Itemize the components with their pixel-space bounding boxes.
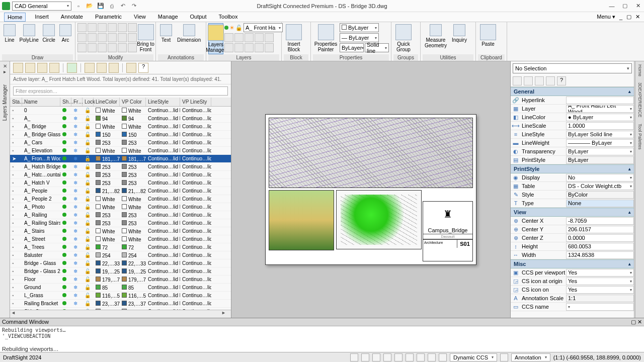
tab-home[interactable]: Home (4, 13, 26, 22)
layer-row[interactable]: ◦A_ Trees❄🔓7272Continuo…lid lineContinuo… (10, 243, 231, 251)
polyline-button[interactable]: PolyLine (18, 23, 40, 44)
rail-home[interactable]: Home (637, 64, 642, 76)
sb-ortho-icon[interactable] (383, 353, 391, 361)
layer-row[interactable]: ◦Floor❄🔓179,…77179,…77Continuo…lid lineC… (10, 276, 231, 284)
quick-group-button[interactable]: Quick Group (393, 23, 414, 53)
open-icon[interactable]: 📂 (86, 2, 94, 10)
save-icon[interactable]: 💾 (97, 2, 105, 10)
property-row[interactable]: ▬LineWeight———— ByLayer (511, 139, 634, 147)
tab-insert[interactable]: Insert (32, 13, 52, 22)
linestyle-combo2[interactable]: Solid line (365, 43, 389, 52)
layer-row[interactable]: ◦A_ Bridge Glass❄🔓150150Continuo…lid lin… (10, 131, 231, 139)
rail-3dx[interactable]: 3DEXPERIENCE (637, 82, 642, 118)
layers-table[interactable]: Sta… Name Sh… Fr… Lock LineColor VP Colo… (10, 98, 231, 310)
property-row[interactable]: ◧LineColor● ByLayer (511, 113, 634, 122)
layer-row[interactable]: ◦A_ Stairs❄🔓WhiteWhiteContinuo…lid lineC… (10, 227, 231, 235)
layers-hscroll[interactable] (10, 310, 231, 318)
bring-to-front-button[interactable]: Bring to Front (138, 23, 153, 53)
viewport-bottom-left[interactable] (269, 190, 334, 250)
drawing-viewport[interactable]: ♜ Campus_Bridge Dassault Architecture S0… (231, 61, 510, 318)
cmd-close-icon[interactable]: ✕ (637, 319, 642, 325)
tab-toolbox[interactable]: Toolbox (216, 13, 241, 22)
layer-row[interactable]: ◦A_❄🔓9494Continuo…lid lineContinuo…lid (10, 115, 231, 123)
tab-output[interactable]: Output (187, 13, 210, 22)
property-row[interactable]: ▣CCS per viewportYes (511, 268, 634, 277)
layer-states-icon[interactable] (37, 63, 47, 73)
sb-grid-icon[interactable] (361, 353, 369, 361)
props-tool2-icon[interactable] (524, 76, 533, 85)
props-tool4-icon[interactable] (546, 76, 555, 85)
circle-button[interactable]: Circle (41, 23, 57, 44)
layer-row[interactable]: ◦A_ Hatc…ountain❄🔓253253Continuo…lid lin… (10, 171, 231, 179)
section-misc[interactable]: Misc (511, 259, 634, 268)
new-layer-icon[interactable] (13, 63, 23, 73)
layer-freeze-icon[interactable]: ☀ (229, 25, 234, 31)
layer-isolate-icon[interactable] (97, 63, 107, 73)
linestyle-combo1[interactable]: ByLayer (340, 43, 364, 52)
property-row[interactable]: ◉DisplayNo (511, 173, 634, 182)
layer-row[interactable]: ◦A_ Bridge❄🔓WhiteWhiteContinuo…lid lineC… (10, 123, 231, 131)
layer-tools-grid[interactable] (224, 33, 283, 52)
property-row[interactable]: ◲CS icon at originYes (511, 277, 634, 286)
property-row[interactable]: ↕Height680.0053 (511, 242, 634, 251)
viewport-top[interactable] (269, 118, 473, 188)
property-row[interactable]: ▭CCS name (511, 303, 634, 311)
rail-palettes[interactable]: Tool Palettes (637, 124, 642, 150)
tab-annotate[interactable]: Annotate (58, 13, 86, 22)
minimize-icon[interactable]: — (608, 2, 616, 10)
layer-row[interactable]: ◦A_ Railing❄🔓253253Continuo…lid lineCont… (10, 211, 231, 219)
layer-row[interactable]: ◦A_ Hatch Bridge❄🔓253253Continuo…lid lin… (10, 163, 231, 171)
dimension-button[interactable]: Dimension (175, 23, 203, 44)
property-row[interactable]: ▤PrintStyleByLayer (511, 156, 634, 164)
section-general[interactable]: General (511, 87, 634, 96)
props-tool1-icon[interactable] (513, 76, 522, 85)
arc-button[interactable]: Arc (58, 23, 73, 44)
property-row[interactable]: ↔Width1324.8538 (511, 251, 634, 259)
property-row[interactable]: ⊕Center X-8.7059 (511, 217, 634, 225)
viewport-bottom-middle[interactable] (336, 190, 422, 249)
modify-tools-grid[interactable] (77, 23, 107, 52)
ribbon-min-icon[interactable]: _ (619, 14, 622, 20)
property-row[interactable]: ▦LayerA_ Front Hatch Left Wood (511, 105, 634, 113)
property-row[interactable]: ≡LineStyleByLayer Solid line (511, 130, 634, 139)
layer-refresh-icon[interactable] (126, 63, 136, 73)
layer-row[interactable]: ◦Baluster❄🔓254254Continuo…lid lineContin… (10, 251, 231, 259)
sb-cursor-icon[interactable] (350, 353, 358, 361)
modify-tools-grid2[interactable] (108, 23, 137, 52)
property-row[interactable]: 🔗Hyperlink (511, 96, 634, 105)
layers-table-header[interactable]: Sta… Name Sh… Fr… Lock LineColor VP Colo… (10, 98, 231, 107)
layer-help-icon[interactable]: ? (138, 63, 148, 73)
inquiry-button[interactable]: Inquiry (450, 23, 469, 44)
layer-row[interactable]: ◦A_ Street❄🔓WhiteWhiteContinuo…lid lineC… (10, 235, 231, 243)
props-tool3-icon[interactable] (535, 76, 544, 85)
dynamic-ccs-toggle[interactable]: Dynamic CCS (450, 353, 497, 361)
section-printstyle[interactable]: PrintStyle (511, 164, 634, 173)
sb-esnap-icon[interactable] (406, 353, 414, 361)
layer-row[interactable]: ◦Bridge - Glass 2❄🔓19,…2519,…25Continuo…… (10, 267, 231, 276)
print-icon[interactable]: ⎙ (108, 2, 116, 10)
sb-snap-icon[interactable] (372, 353, 380, 361)
layer-settings-icon[interactable] (109, 63, 119, 73)
new-icon[interactable]: ▫ (74, 2, 83, 10)
menu-dropdown[interactable]: Menu ▾ (597, 14, 615, 20)
undo-icon[interactable]: ↶ (119, 2, 127, 10)
paste-button[interactable]: Paste (478, 23, 498, 48)
redo-icon[interactable]: ↷ (130, 2, 138, 10)
sb-etrack-icon[interactable] (417, 353, 425, 361)
layer-lock-icon[interactable]: 🔓 (235, 25, 243, 31)
layers-panel-pin-icon[interactable]: ▸ (4, 69, 6, 74)
layer-row[interactable]: ◦Bridge - Glass❄🔓22,…3322,…33Continuo…li… (10, 259, 231, 267)
layer-show-icon[interactable] (224, 26, 228, 30)
property-row[interactable]: AAnnotation Scale1:1 (511, 294, 634, 303)
tab-parametric[interactable]: Parametric (92, 13, 125, 22)
workspace-selector[interactable]: CAD General (12, 2, 71, 11)
layer-row[interactable]: ➤A_ Fron…ft Wood❄🔓181,…74181,…74Continuo… (10, 155, 231, 163)
property-row[interactable]: ⊕Center Z0.0000 (511, 234, 634, 242)
property-row[interactable]: ◐TransparencyByLayer (511, 147, 634, 156)
layers-panel-tab[interactable]: ✕ ▸ Layers Manager (0, 61, 10, 318)
layer-row[interactable]: ◦A_ People 2❄🔓WhiteWhiteContinuo…lid lin… (10, 195, 231, 203)
property-row[interactable]: ◲CS icon onYes (511, 286, 634, 294)
activate-layer-icon[interactable] (67, 63, 77, 73)
properties-painter-button[interactable]: Properties Painter (313, 23, 339, 53)
properties-selection-combo[interactable]: No Selection (513, 63, 632, 73)
